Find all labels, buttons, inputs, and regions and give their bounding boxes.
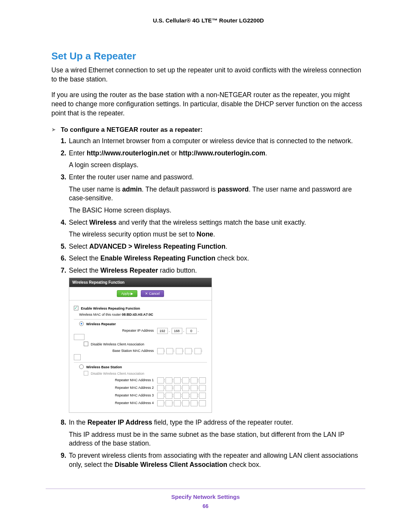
ip-octet-1[interactable]: 192 xyxy=(157,328,168,334)
mac-sep: : xyxy=(192,348,193,353)
mac-seg[interactable] xyxy=(199,385,206,391)
wireless-base-radio[interactable] xyxy=(79,364,84,369)
mac-seg[interactable] xyxy=(166,377,172,383)
step-7-a: Select the xyxy=(69,267,100,274)
steps-list: Launch an Internet browser from a comput… xyxy=(51,137,365,469)
rmac3-row: Repeater MAC Address 3 ::::: xyxy=(74,393,207,399)
disable-assoc2-label: Disable Wireless Client Association xyxy=(91,372,145,375)
divider xyxy=(74,319,207,320)
mac-seg[interactable] xyxy=(174,393,181,399)
step-5-a: Select xyxy=(69,243,89,250)
section-title: Set Up a Repeater xyxy=(51,50,365,62)
step-9-opt: Disable Wireless Client Association xyxy=(115,461,227,468)
step-3-n1c: . The default password is xyxy=(142,185,218,193)
figure-titlebar: Wireless Repeating Function xyxy=(69,278,212,288)
wireless-repeater-label: Wireless Repeater xyxy=(86,322,116,326)
task-heading-text: To configure a NETGEAR router as a repea… xyxy=(61,126,202,133)
mac-seg[interactable] xyxy=(166,348,173,354)
step-2-url-1: http://www.routerlogin.net xyxy=(87,149,169,157)
footer-page-number: 66 xyxy=(46,503,365,509)
disable-assoc-label: Disable Wireless Client Association xyxy=(91,342,145,346)
mac-sep: : xyxy=(183,348,184,353)
intro-paragraph-2: If you are using the router as the base … xyxy=(51,91,365,118)
step-8-a: In the xyxy=(69,419,88,426)
step-3: Enter the router user name and password.… xyxy=(68,173,365,215)
mac-seg[interactable] xyxy=(166,400,172,406)
mac-seg[interactable] xyxy=(191,400,198,406)
cancel-button[interactable]: ✕ Cancel xyxy=(141,290,164,297)
disable-assoc-row: Disable Wireless Client Association xyxy=(74,342,207,347)
step-8: In the Repeater IP Address field, type t… xyxy=(68,418,365,448)
mac-seg[interactable] xyxy=(182,385,189,391)
mac-seg[interactable] xyxy=(194,348,201,354)
disable-assoc-checkbox[interactable] xyxy=(84,342,88,346)
figure-body: Enable Wireless Repeating Function Wirel… xyxy=(69,300,212,412)
rmac1-label: Repeater MAC Address 1 xyxy=(74,378,156,382)
mac-sep: : xyxy=(173,348,175,353)
mac-seg[interactable] xyxy=(157,393,164,399)
disable-assoc2-checkbox[interactable] xyxy=(84,371,88,375)
task-heading: ➤ To configure a NETGEAR router as a rep… xyxy=(51,126,365,134)
mac-seg[interactable] xyxy=(74,354,81,360)
mac-seg[interactable] xyxy=(191,385,198,391)
mac-seg[interactable] xyxy=(157,348,164,354)
step-3-admin: admin xyxy=(122,185,142,193)
step-3-n1a: The user name is xyxy=(69,185,122,193)
ip-octet-2[interactable]: 168 xyxy=(172,328,182,334)
mac-seg[interactable] xyxy=(157,377,164,383)
router-ui-figure: Wireless Repeating Function Apply ▶ ✕ Ca… xyxy=(69,278,212,413)
ip-dot: . xyxy=(168,328,171,333)
repeater-ip-row: Repeater IP Address 192. 168. 0. xyxy=(74,328,207,340)
step-7-c: radio button. xyxy=(158,267,197,274)
repeater-ip-label: Repeater IP Address xyxy=(74,328,156,333)
mac-seg[interactable] xyxy=(185,348,192,354)
rmac1-row: Repeater MAC Address 1 ::::: xyxy=(74,377,207,383)
rmac2-row: Repeater MAC Address 2 ::::: xyxy=(74,385,207,391)
mac-seg[interactable] xyxy=(157,385,164,391)
mac-seg[interactable] xyxy=(191,377,198,383)
mac-seg[interactable] xyxy=(182,377,189,383)
step-5: Select ADVANCED > Wireless Repeating Fun… xyxy=(68,242,365,251)
step-7-opt: Wireless Repeater xyxy=(100,267,158,274)
mac-seg[interactable] xyxy=(176,348,183,354)
mac-seg[interactable] xyxy=(157,400,164,406)
apply-button[interactable]: Apply ▶ xyxy=(117,290,137,297)
page-footer: Specify Network Settings 66 xyxy=(46,489,365,509)
footer-title: Specify Network Settings xyxy=(46,494,365,500)
rmac4-row: Repeater MAC Address 4 ::::: xyxy=(74,400,207,406)
step-3-note-2: The BASIC Home screen displays. xyxy=(69,206,365,215)
step-4-wireless: Wireless xyxy=(89,219,117,226)
mac-seg[interactable] xyxy=(199,377,206,383)
ip-octet-3[interactable]: 0 xyxy=(186,328,197,334)
step-4-na: The wireless security option must be set… xyxy=(69,230,197,238)
enable-repeating-checkbox[interactable] xyxy=(74,306,78,310)
mac-seg[interactable] xyxy=(199,393,206,399)
ip-octet-4[interactable] xyxy=(74,334,84,340)
mac-sep: : xyxy=(201,348,203,353)
step-4-nc: . xyxy=(213,230,215,238)
mac-seg[interactable] xyxy=(182,400,189,406)
wireless-repeater-radio[interactable] xyxy=(79,321,84,326)
step-3-password: password xyxy=(218,185,249,193)
enable-repeating-row: Enable Wireless Repeating Function xyxy=(74,306,207,311)
ip-dot: . xyxy=(197,328,200,333)
mac-seg[interactable] xyxy=(166,393,172,399)
mac-seg[interactable] xyxy=(174,385,181,391)
step-4-a: Select xyxy=(69,219,89,226)
mac-seg[interactable] xyxy=(174,377,181,383)
wireless-repeater-row: Wireless Repeater xyxy=(74,321,207,326)
mac-seg[interactable] xyxy=(199,400,206,406)
disable-assoc2-row: Disable Wireless Client Association xyxy=(74,371,207,376)
step-3-text: Enter the router user name and password. xyxy=(69,173,194,181)
step-4: Select Wireless and verify that the wire… xyxy=(68,218,365,239)
step-2-text-e: . xyxy=(265,149,267,157)
mac-seg[interactable] xyxy=(174,400,181,406)
router-mac-text: Wireless MAC of this router xyxy=(79,313,122,316)
mac-seg[interactable] xyxy=(166,385,172,391)
step-4-note: The wireless security option must be set… xyxy=(69,230,365,239)
step-2: Enter http://www.routerlogin.net or http… xyxy=(68,149,365,170)
mac-seg[interactable] xyxy=(191,393,198,399)
mac-seg[interactable] xyxy=(182,393,189,399)
intro-paragraph-1: Use a wired Ethernet connection to set u… xyxy=(51,66,365,84)
step-4-none: None xyxy=(197,230,213,238)
